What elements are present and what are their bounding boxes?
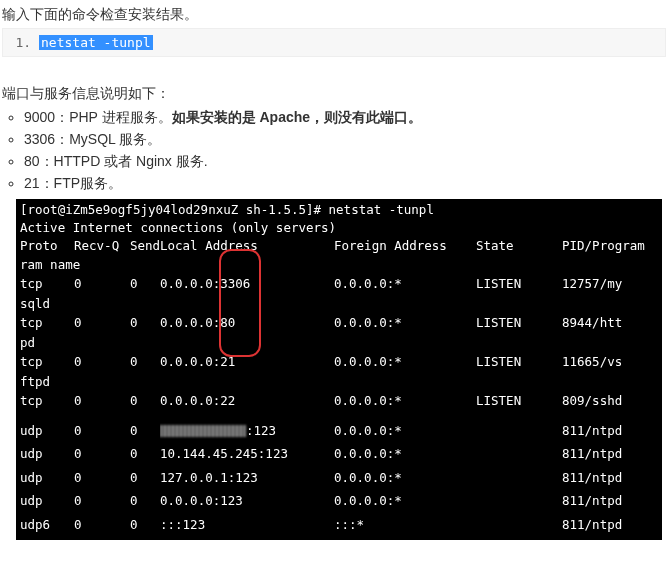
- hdr-local: Local Address: [160, 236, 334, 255]
- netstat-table: ProtoRecv-QSend-QLocal AddressForeign Ad…: [20, 236, 662, 534]
- cell-local: 0.0.0.0:123: [160, 491, 334, 511]
- cell-local: 127.0.0.1:123: [160, 468, 334, 488]
- table-row: udp00127.0.0.1:1230.0.0.0:*811/ntpd: [20, 468, 662, 488]
- pid-wrap: ftpd: [20, 372, 662, 392]
- port-desc: ：HTTPD 或者 Nginx 服务.: [40, 153, 208, 169]
- port-item: 80：HTTPD 或者 Nginx 服务.: [24, 153, 666, 171]
- port-desc: ：MySQL 服务。: [55, 131, 161, 147]
- cell-local: 10.144.45.245:123: [160, 444, 334, 464]
- hdr-state: State: [476, 236, 562, 255]
- hdr-foreign: Foreign Address: [334, 236, 476, 255]
- port-desc: ：FTP服务。: [40, 175, 122, 191]
- table-row: tcp000.0.0.0:210.0.0.0:*LISTEN11665/vs: [20, 352, 662, 372]
- cell-local: 0.0.0.0:3306: [160, 274, 334, 294]
- cell-local: 0.0.0.0:21: [160, 352, 334, 372]
- port-item: 3306：MySQL 服务。: [24, 131, 666, 149]
- port-number: 3306: [24, 131, 55, 147]
- table-row: tcp000.0.0.0:33060.0.0.0:*LISTEN12757/my: [20, 274, 662, 294]
- section-title: 端口与服务信息说明如下：: [2, 85, 666, 103]
- table-row: tcp000.0.0.0:800.0.0.0:*LISTEN8944/htt: [20, 313, 662, 333]
- terminal-prompt-line: [root@iZm5e9ogf5jy04lod29nxuZ sh-1.5.5]#…: [20, 201, 658, 219]
- terminal-active-line: Active Internet connections (only server…: [20, 219, 658, 237]
- table-row: udp600:::123:::*811/ntpd: [20, 515, 662, 535]
- cell-local: 0.0.0.0:80: [160, 313, 334, 333]
- pid-wrap: pd: [20, 333, 662, 353]
- port-desc: ：PHP 进程服务。: [55, 109, 171, 125]
- hdr-sendq: Send-Q: [130, 236, 160, 255]
- intro-text: 输入下面的命令检查安装结果。: [2, 6, 666, 24]
- cell-local: :::123: [160, 515, 334, 535]
- port-item: 21：FTP服务。: [24, 175, 666, 193]
- port-note: 如果安装的是 Apache，则没有此端口。: [172, 109, 422, 125]
- table-row: udp0010.144.45.245:1230.0.0.0:*811/ntpd: [20, 444, 662, 464]
- code-line: netstat -tunpl: [39, 35, 655, 50]
- port-list: 9000：PHP 进程服务。如果安装的是 Apache，则没有此端口。3306：…: [2, 109, 666, 193]
- pid-wrap: sqld: [20, 294, 662, 314]
- hdr-recvq: Recv-Q: [74, 236, 130, 255]
- port-number: 21: [24, 175, 40, 191]
- port-item: 9000：PHP 进程服务。如果安装的是 Apache，则没有此端口。: [24, 109, 666, 127]
- hdr-pid: PID/Program: [562, 236, 662, 255]
- table-row: udp00:1230.0.0.0:*811/ntpd: [20, 421, 662, 441]
- cmd-netstat[interactable]: netstat -tunpl: [39, 35, 153, 50]
- blurred-ip: [160, 425, 246, 437]
- cell-local: :123: [160, 421, 334, 441]
- code-block: netstat -tunpl: [2, 28, 666, 57]
- terminal-output: [root@iZm5e9ogf5jy04lod29nxuZ sh-1.5.5]#…: [16, 199, 662, 540]
- table-row: tcp000.0.0.0:220.0.0.0:*LISTEN809/sshd: [20, 391, 662, 411]
- table-row: udp000.0.0.0:1230.0.0.0:*811/ntpd: [20, 491, 662, 511]
- cell-local: 0.0.0.0:22: [160, 391, 334, 411]
- port-number: 80: [24, 153, 40, 169]
- hdr-pid-wrap: ram name: [20, 255, 662, 275]
- hdr-proto: Proto: [20, 236, 74, 255]
- port-number: 9000: [24, 109, 55, 125]
